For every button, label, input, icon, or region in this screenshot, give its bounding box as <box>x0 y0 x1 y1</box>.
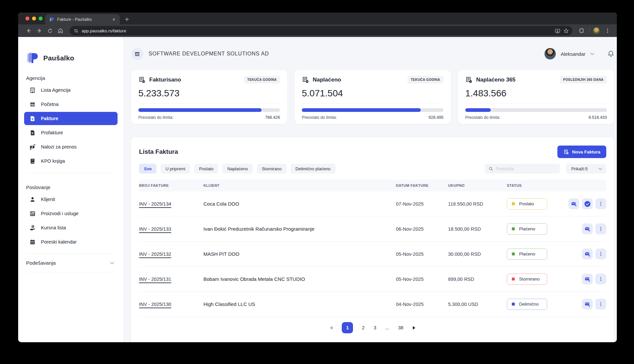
kebab-menu-icon <box>598 251 603 256</box>
site-favicon-icon <box>49 17 54 22</box>
new-tab-button[interactable] <box>123 15 131 23</box>
zoom-window-button[interactable] <box>39 17 43 20</box>
chevron-down-icon[interactable] <box>590 52 594 55</box>
next-page-icon[interactable] <box>412 326 416 330</box>
filter-chip-delimicno-placeno[interactable]: Delimično plaćeno <box>291 164 335 174</box>
home-icon[interactable] <box>56 26 65 35</box>
notifications-bell-icon[interactable] <box>608 50 614 57</box>
document-icon <box>29 130 36 136</box>
invoice-number-link[interactable]: INV - 2025/132 <box>139 251 203 257</box>
svg-text:$: $ <box>32 117 33 120</box>
row-actions <box>568 198 606 209</box>
new-invoice-button[interactable]: Nova Faktura <box>557 146 606 158</box>
browser-tab[interactable]: Fakture - Paušalko <box>45 14 120 24</box>
install-app-icon[interactable] <box>555 28 560 34</box>
row-menu-button[interactable] <box>595 248 606 259</box>
page-button-1[interactable]: 1 <box>342 322 353 333</box>
page-button-3[interactable]: 3 <box>373 325 376 330</box>
status-dot-icon <box>512 202 515 205</box>
stat-card-naplaceno: Naplaćeno TEKUĆA GODINA 5.071.504 Preost… <box>295 70 451 124</box>
minimize-window-button[interactable] <box>32 17 36 20</box>
svg-text:$: $ <box>32 225 34 227</box>
status-filters: Sve U pripremi Poslato Naplaćeno Stornir… <box>139 164 335 174</box>
row-menu-button[interactable] <box>595 223 606 234</box>
stat-period-badge: TEKUĆA GODINA <box>407 76 443 83</box>
invoice-table: BROJ FAKTURE KLIJENT DATUM FAKTURE UKUPN… <box>139 180 606 317</box>
close-window-button[interactable] <box>25 17 29 20</box>
client-name: MASH PIT DOO <box>203 251 396 257</box>
send-email-button[interactable] <box>582 248 593 259</box>
row-menu-button[interactable] <box>595 274 606 284</box>
previous-page-icon[interactable] <box>329 326 333 330</box>
row-menu-button[interactable] <box>595 198 606 209</box>
page-button-38[interactable]: 38 <box>398 325 404 330</box>
stat-period-badge: POSLEDNJIH 365 DANA <box>560 76 607 83</box>
send-email-button[interactable] <box>582 223 593 234</box>
extensions-icon[interactable] <box>577 26 586 35</box>
status-dot-icon <box>512 227 515 230</box>
send-email-button[interactable] <box>582 274 593 284</box>
sidebar-divider <box>26 173 116 173</box>
tab-strip: Fakture - Paušalko <box>18 13 617 24</box>
browser-menu-icon[interactable] <box>603 26 612 35</box>
sidebar-item-label: Klijenti <box>41 197 55 202</box>
sidebar-item-kursna-lista[interactable]: $ Kursna lista <box>24 221 118 234</box>
browser-profile-avatar[interactable] <box>593 27 600 34</box>
progress-track <box>465 108 607 112</box>
sidebar-item-fakture[interactable]: $ Fakture <box>24 112 118 125</box>
send-email-button[interactable] <box>568 198 579 209</box>
send-email-button[interactable] <box>582 299 593 310</box>
brand[interactable]: Paušalko <box>18 52 123 64</box>
sidebar-settings[interactable]: Podešavanja <box>18 259 123 267</box>
stat-period-badge: TEKUĆA GODINA <box>244 76 280 83</box>
filter-chip-stornirano[interactable]: Stornirano <box>257 164 287 174</box>
sidebar-item-label: Fakture <box>41 116 58 121</box>
sidebar: Paušalko Agencija Lista Agencija Početna… <box>18 37 124 342</box>
page-size-select[interactable]: Prikaži:5 <box>566 164 606 174</box>
row-menu-button[interactable] <box>595 299 606 310</box>
client-name: Bobam Ivanovic Obrada Metala CNC STUDIO <box>203 276 396 282</box>
user-avatar[interactable] <box>544 48 556 60</box>
building-icon <box>29 87 36 93</box>
invoice-number-link[interactable]: INV - 2025/133 <box>139 226 203 232</box>
invoice-number-link[interactable]: INV - 2025/134 <box>139 201 203 207</box>
filter-chip-sve[interactable]: Sve <box>139 164 157 174</box>
filter-chip-poslato[interactable]: Poslato <box>194 164 218 174</box>
url-bar[interactable]: app.pausalko.rs/fakture <box>70 26 572 35</box>
sidebar-item-proizvodi-i-usluge[interactable]: Proizvodi i usluge <box>24 207 118 220</box>
tab-close-icon[interactable] <box>111 17 117 22</box>
client-name: Coca Cola DOO <box>203 201 396 207</box>
storefront-icon <box>29 101 36 108</box>
sidebar-item-poreski-kalendar[interactable]: Poreski kalendar <box>24 235 118 248</box>
mark-paid-button[interactable] <box>582 198 593 209</box>
url-text[interactable]: app.pausalko.rs/fakture <box>82 28 552 33</box>
back-icon[interactable] <box>24 26 33 35</box>
search-input[interactable] <box>496 166 556 171</box>
filter-chip-u-pripremi[interactable]: U pripremi <box>160 164 190 174</box>
reload-icon[interactable] <box>45 26 54 35</box>
sidebar-item-lista-agencija[interactable]: Lista Agencija <box>24 83 118 97</box>
invoice-date: 04-Nov-2025 <box>396 302 448 307</box>
page-button-2[interactable]: 2 <box>362 325 365 330</box>
invoice-number-link[interactable]: INV - 2025/131 <box>139 277 203 282</box>
sidebar-item-kpo-knjiga[interactable]: KPO knjiga <box>24 154 118 168</box>
sidebar-item-pocetna[interactable]: Početna <box>24 98 118 111</box>
sidebar-item-profakture[interactable]: Profakture <box>24 126 118 139</box>
invoice-total: 30.000,00 RSD <box>448 251 507 257</box>
bookmark-star-icon[interactable] <box>563 28 569 34</box>
sidebar-item-label: Kursna lista <box>41 225 66 230</box>
sidebar-item-label: Proizvodi i usluge <box>41 211 79 216</box>
search-box[interactable] <box>485 164 560 174</box>
filter-chip-naplaceno[interactable]: Naplaćeno <box>222 164 253 174</box>
site-settings-icon[interactable] <box>74 28 79 33</box>
forward-icon[interactable] <box>35 26 44 35</box>
envelope-send-icon <box>571 201 577 207</box>
company-name: SOFTWARE DEVELOPMENT SOLUTIONS AD <box>149 51 269 57</box>
client-name: High Classified LLC US <box>203 301 396 307</box>
sidebar-item-nalozi-za-prenos[interactable]: Nalozi za prenos <box>24 140 118 153</box>
invoice-number-link[interactable]: INV - 2025/130 <box>139 302 203 307</box>
sidebar-item-klijenti[interactable]: Klijenti <box>24 193 118 206</box>
status-label: Stornirano <box>519 277 540 281</box>
user-name[interactable]: Aleksandar <box>561 51 585 57</box>
status-label: Plaćeno <box>519 226 535 231</box>
